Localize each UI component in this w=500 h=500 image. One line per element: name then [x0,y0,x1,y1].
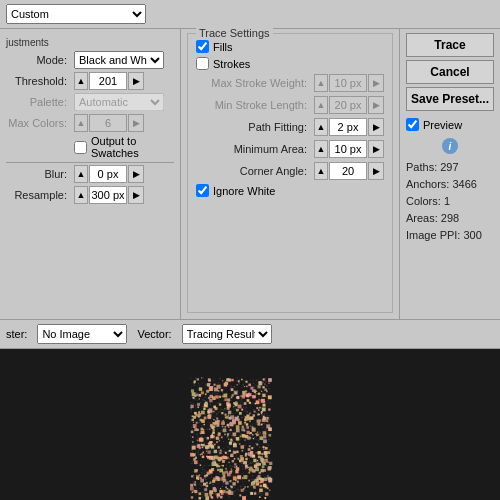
raster-label: ster: [6,328,27,340]
max-stroke-weight-row: Max Stroke Weight: ▲ ▶ [196,74,384,92]
min-stroke-length-spinner: ▲ ▶ [314,96,384,114]
min-stroke-length-row: Min Stroke Length: ▲ ▶ [196,96,384,114]
save-preset-button[interactable]: Save Preset... [406,87,494,111]
trace-settings-title: Trace Settings [196,27,273,39]
right-panel: Trace Cancel Save Preset... Preview i Pa… [400,29,500,319]
info-icon: i [442,138,458,154]
palette-select[interactable]: Automatic [74,93,164,111]
path-fitting-spinner: ▲ ▶ [314,118,384,136]
colors-stat: Colors: 1 [406,195,494,207]
blur-spinner: ▲ ▶ [74,165,144,183]
cancel-button[interactable]: Cancel [406,60,494,84]
vector-label: Vector: [137,328,171,340]
preview-canvas [0,349,500,500]
minimum-area-spinner: ▲ ▶ [314,140,384,158]
resample-row: Resample: ▲ ▶ [6,186,174,204]
anchors-stat: Anchors: 3466 [406,178,494,190]
minimum-area-up-btn[interactable]: ▲ [314,140,328,158]
mode-select[interactable]: Black and White [74,51,164,69]
fills-row: Fills [196,40,384,53]
blur-row: Blur: ▲ ▶ [6,165,174,183]
ignore-white-checkbox[interactable] [196,184,209,197]
areas-value: 298 [441,212,459,224]
corner-angle-spinner: ▲ ▶ [314,162,384,180]
path-fitting-label: Path Fitting: [196,121,311,133]
path-fitting-input[interactable] [329,118,367,136]
threshold-arrow-btn[interactable]: ▶ [128,72,144,90]
top-bar: Custom [0,0,500,29]
adjustments-panel: justments Mode: Black and White Threshol… [0,29,181,319]
max-stroke-weight-spinner: ▲ ▶ [314,74,384,92]
resample-up-btn[interactable]: ▲ [74,186,88,204]
min-stroke-length-arrow-btn[interactable]: ▶ [368,96,384,114]
anchors-value: 3466 [452,178,476,190]
resample-spinner: ▲ ▶ [74,186,144,204]
corner-angle-input[interactable] [329,162,367,180]
blur-label: Blur: [6,168,71,180]
strokes-row: Strokes [196,57,384,70]
resample-arrow-btn[interactable]: ▶ [128,186,144,204]
output-swatches-row: Output to Swatches [6,135,174,159]
mode-row: Mode: Black and White [6,51,174,69]
preview-row: Preview [406,118,494,131]
anchors-label: Anchors: [406,178,449,190]
palette-label: Palette: [6,96,71,108]
trace-settings-panel: Trace Settings Fills Strokes Max Stroke … [181,29,400,319]
corner-angle-arrow-btn[interactable]: ▶ [368,162,384,180]
image-ppi-label: Image PPI: [406,229,460,241]
path-fitting-row: Path Fitting: ▲ ▶ [196,118,384,136]
fills-checkbox[interactable] [196,40,209,53]
vector-select[interactable]: Tracing Result [182,324,272,344]
paths-label: Paths: [406,161,437,173]
resample-label: Resample: [6,189,71,201]
blur-up-btn[interactable]: ▲ [74,165,88,183]
max-colors-up-btn[interactable]: ▲ [74,114,88,132]
image-ppi-stat: Image PPI: 300 [406,229,494,241]
bottom-bar: ster: No Image Vector: Tracing Result [0,319,500,349]
max-stroke-weight-up-btn[interactable]: ▲ [314,74,328,92]
output-swatches-checkbox[interactable] [74,141,87,154]
areas-stat: Areas: 298 [406,212,494,224]
max-colors-label: Max Colors: [6,117,71,129]
colors-label: Colors: [406,195,441,207]
max-stroke-weight-arrow-btn[interactable]: ▶ [368,74,384,92]
max-colors-arrow-btn[interactable]: ▶ [128,114,144,132]
mode-label: Mode: [6,54,71,66]
raster-select[interactable]: No Image [37,324,127,344]
trace-settings-border: Trace Settings Fills Strokes Max Stroke … [187,33,393,313]
max-colors-input[interactable] [89,114,127,132]
minimum-area-label: Minimum Area: [196,143,311,155]
corner-angle-label: Corner Angle: [196,165,311,177]
image-ppi-value: 300 [463,229,481,241]
minimum-area-arrow-btn[interactable]: ▶ [368,140,384,158]
minimum-area-row: Minimum Area: ▲ ▶ [196,140,384,158]
max-colors-row: Max Colors: ▲ ▶ [6,114,174,132]
strokes-label: Strokes [213,58,250,70]
path-fitting-arrow-btn[interactable]: ▶ [368,118,384,136]
min-stroke-length-label: Min Stroke Length: [196,99,311,111]
blur-input[interactable] [89,165,127,183]
corner-angle-up-btn[interactable]: ▲ [314,162,328,180]
output-swatches-label: Output to Swatches [91,135,174,159]
resample-input[interactable] [89,186,127,204]
preview-area [0,349,500,500]
max-stroke-weight-label: Max Stroke Weight: [196,77,311,89]
adjustments-label: justments [6,37,174,48]
min-stroke-length-up-btn[interactable]: ▲ [314,96,328,114]
colors-value: 1 [444,195,450,207]
threshold-input[interactable] [89,72,127,90]
path-fitting-up-btn[interactable]: ▲ [314,118,328,136]
preview-checkbox[interactable] [406,118,419,131]
max-stroke-weight-input[interactable] [329,74,367,92]
areas-label: Areas: [406,212,438,224]
main-content: justments Mode: Black and White Threshol… [0,29,500,319]
strokes-checkbox[interactable] [196,57,209,70]
preset-select[interactable]: Custom [6,4,146,24]
min-stroke-length-input[interactable] [329,96,367,114]
ignore-white-label: Ignore White [213,185,275,197]
corner-angle-row: Corner Angle: ▲ ▶ [196,162,384,180]
minimum-area-input[interactable] [329,140,367,158]
blur-arrow-btn[interactable]: ▶ [128,165,144,183]
threshold-up-btn[interactable]: ▲ [74,72,88,90]
trace-button[interactable]: Trace [406,33,494,57]
